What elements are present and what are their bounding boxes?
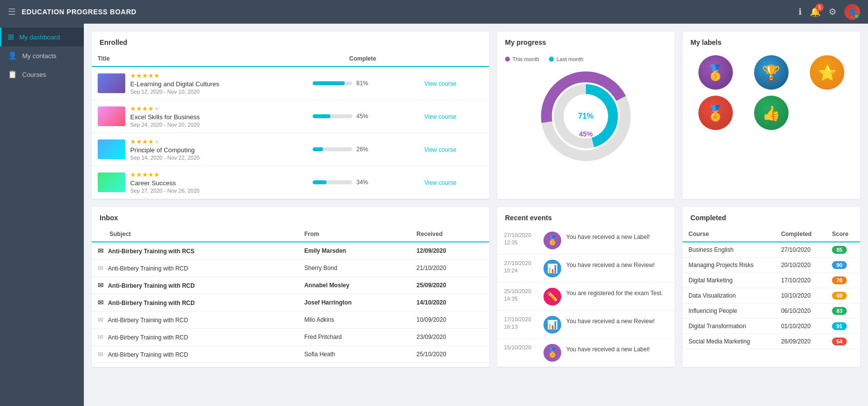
star-filled: ★ bbox=[130, 138, 136, 145]
inbox-subject: Anti-Birbery Training with RCD bbox=[108, 300, 195, 306]
sidebar-item-label: My contacts bbox=[22, 52, 56, 60]
event-date: 15/10/2020 bbox=[504, 344, 539, 351]
course-stars: ★★★★★ bbox=[130, 72, 219, 79]
info-icon[interactable]: ℹ bbox=[798, 6, 802, 17]
event-icon: ✏️ bbox=[543, 288, 561, 305]
enrolled-col-title: Title bbox=[92, 51, 307, 67]
sidebar-item-dashboard[interactable]: ⊞ My dashboard bbox=[0, 28, 84, 46]
course-name: E-Learning and Digital Cultures bbox=[130, 80, 219, 88]
view-course-button[interactable]: View course bbox=[424, 179, 456, 186]
completed-score-cell: 78 bbox=[826, 273, 860, 288]
event-item: 25/10/202014:35 ✏️ You are registered fo… bbox=[497, 283, 675, 311]
star-filled: ★ bbox=[136, 138, 142, 145]
enrolled-progress-cell: 34% bbox=[307, 166, 418, 199]
inbox-col-subject: Subject bbox=[92, 227, 298, 242]
inbox-received: 25/09/2020 bbox=[417, 282, 446, 289]
progress-fill bbox=[313, 180, 326, 184]
legend-dot-this-month bbox=[505, 57, 510, 62]
star-filled: ★ bbox=[148, 105, 154, 112]
event-date: 17/10/202016:13 bbox=[504, 316, 539, 331]
notifications-icon[interactable]: 🔔 5 bbox=[810, 6, 821, 17]
score-badge: 69 bbox=[832, 292, 847, 300]
mail-icon: ✉ bbox=[98, 299, 104, 306]
course-thumbnail bbox=[98, 106, 125, 126]
star-filled: ★ bbox=[142, 72, 148, 79]
completed-card: Completed Course Completed Score Busines… bbox=[683, 207, 860, 367]
avatar[interactable]: 👤 bbox=[844, 4, 860, 20]
inbox-received: 10/09/2020 bbox=[417, 316, 446, 323]
menu-icon[interactable]: ☰ bbox=[8, 6, 16, 17]
contacts-icon: 👤 bbox=[8, 51, 17, 60]
enrolled-table: Title Complete ★★★★★ E-Learning and Digi… bbox=[92, 51, 489, 199]
inbox-subject: Anti-Birbery Training with RCS bbox=[108, 248, 194, 255]
sidebar-item-courses[interactable]: 📋 Courses bbox=[0, 65, 84, 84]
course-info: ★★★★★ E-Learning and Digital Cultures Se… bbox=[130, 72, 219, 95]
labels-header: My labels bbox=[683, 32, 860, 51]
inbox-received-cell: 10/09/2020 bbox=[411, 311, 489, 329]
star-filled: ★ bbox=[148, 171, 154, 178]
star-filled: ★ bbox=[136, 105, 142, 112]
legend-dot-last-month bbox=[549, 57, 554, 62]
inbox-header: Inbox bbox=[92, 207, 489, 227]
event-item: 27/10/202012:35 🏅 You have received a ne… bbox=[497, 227, 675, 255]
completed-course-name: Data Visualization bbox=[683, 288, 775, 304]
completed-score-cell: 90 bbox=[826, 258, 860, 273]
donut-chart: 45% 71% bbox=[537, 67, 635, 166]
course-thumbnail bbox=[98, 172, 125, 192]
star-filled: ★ bbox=[136, 171, 142, 178]
app-body: ⊞ My dashboard 👤 My contacts 📋 Courses E… bbox=[0, 24, 868, 406]
sidebar-item-contacts[interactable]: 👤 My contacts bbox=[0, 46, 84, 65]
inbox-subject: Anti-Birbery Training with RCD bbox=[108, 282, 195, 289]
enrolled-col-action bbox=[418, 51, 489, 67]
view-course-button[interactable]: View course bbox=[424, 113, 456, 120]
inbox-col-from: From bbox=[298, 227, 411, 242]
progress-fill bbox=[313, 114, 330, 118]
star-filled: ★ bbox=[148, 72, 154, 79]
inbox-received-cell: 23/09/2020 bbox=[411, 329, 489, 346]
inbox-received-cell: 25/10/2020 bbox=[411, 346, 489, 363]
progress-chart-area: This month Last month bbox=[497, 51, 675, 173]
star-filled: ★ bbox=[136, 72, 142, 79]
star-filled: ★ bbox=[130, 171, 136, 178]
course-info: ★★★★★ Excel Skills for Business Sep 24, … bbox=[130, 105, 200, 128]
inbox-from: Emily Marsden bbox=[304, 247, 346, 254]
progress-legend: This month Last month bbox=[505, 56, 583, 62]
inbox-received: 21/10/2020 bbox=[417, 265, 446, 271]
completed-course-name: Digital Marketing bbox=[683, 273, 775, 288]
inbox-table: Subject From Received ✉ Anti-Birbery Tra… bbox=[92, 227, 489, 363]
course-stars: ★★★★★ bbox=[130, 138, 200, 145]
star-empty: ★ bbox=[154, 105, 160, 112]
enrolled-row: ★★★★★ E-Learning and Digital Cultures Se… bbox=[92, 67, 489, 100]
inbox-received: 12/09/2020 bbox=[417, 247, 446, 254]
event-date: 25/10/202014:35 bbox=[504, 288, 539, 303]
inbox-from-cell: Fred Pritchard bbox=[298, 329, 411, 346]
inbox-row: ✉ Anti-Birbery Training with RCS Emily M… bbox=[92, 242, 489, 260]
mail-icon: ✉ bbox=[98, 333, 104, 341]
completed-row: Social Media Marketing 26/09/2020 54 bbox=[683, 334, 860, 349]
inbox-from: Annabel Mosley bbox=[304, 282, 349, 289]
star-filled: ★ bbox=[142, 138, 148, 145]
inbox-subject: Anti-Birbery Training with RCD bbox=[108, 334, 188, 341]
course-info: ★★★★★ Principle of Computing Sep 14, 202… bbox=[130, 138, 200, 161]
inbox-from: Milo Adkins bbox=[304, 316, 334, 323]
view-course-button[interactable]: View course bbox=[424, 146, 456, 153]
enrolled-course-cell: ★★★★★ E-Learning and Digital Cultures Se… bbox=[92, 67, 307, 100]
course-name: Excel Skills for Business bbox=[130, 113, 200, 121]
completed-course-name: Digital Transformation bbox=[683, 319, 775, 334]
completed-score-cell: 69 bbox=[826, 288, 860, 304]
course-name: Career Success bbox=[130, 179, 200, 187]
inbox-row: ✉ Anti-Birbery Training with RCD Sherry … bbox=[92, 260, 489, 277]
score-badge: 78 bbox=[832, 276, 847, 284]
labels-card: My labels 🥇🏆⭐🏅👍 bbox=[683, 32, 860, 199]
course-date: Sep 14, 2020 - Nov 22, 2020 bbox=[130, 155, 200, 161]
events-header: Recent events bbox=[497, 207, 675, 227]
mail-icon: ✉ bbox=[98, 247, 104, 255]
inbox-subject-cell: ✉ Anti-Birbery Training with RCS bbox=[92, 242, 298, 260]
sidebar-item-label: My dashboard bbox=[19, 34, 60, 41]
mail-icon: ✉ bbox=[98, 316, 104, 324]
view-course-button[interactable]: View course bbox=[424, 80, 456, 87]
enrolled-course-cell: ★★★★★ Excel Skills for Business Sep 24, … bbox=[92, 100, 307, 133]
event-icon: 🏅 bbox=[543, 232, 561, 249]
labels-grid: 🥇🏆⭐🏅👍 bbox=[683, 51, 860, 138]
settings-icon[interactable]: ⚙ bbox=[829, 6, 836, 17]
